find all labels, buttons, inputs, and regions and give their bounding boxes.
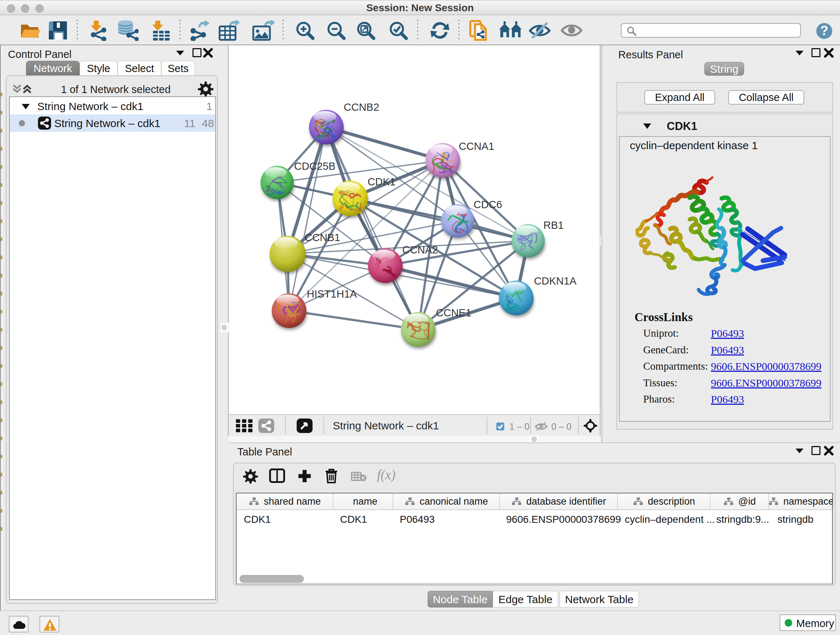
svg-text:CCNE1: CCNE1 xyxy=(436,307,471,318)
svg-text:CDC25B: CDC25B xyxy=(294,160,335,172)
svg-text:HIST1H1A: HIST1H1A xyxy=(307,288,357,300)
svg-text:?: ? xyxy=(821,23,829,38)
svg-text:CCNA2: CCNA2 xyxy=(402,244,438,256)
svg-text:CDK1: CDK1 xyxy=(368,176,395,187)
svg-text:CCNB1: CCNB1 xyxy=(305,232,340,243)
svg-text:RB1: RB1 xyxy=(543,219,564,231)
svg-text:CCNB2: CCNB2 xyxy=(344,101,379,113)
svg-text:CDC6: CDC6 xyxy=(474,199,502,211)
svg-text:CDKN1A: CDKN1A xyxy=(534,275,576,287)
svg-text:CCNA1: CCNA1 xyxy=(459,141,494,152)
